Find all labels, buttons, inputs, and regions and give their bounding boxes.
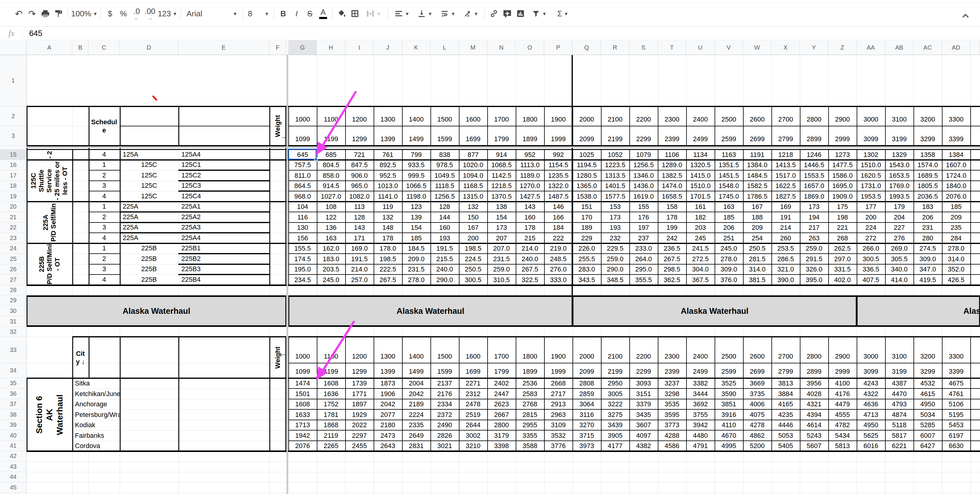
cell-D21[interactable]: 225A — [120, 212, 178, 223]
cell[interactable]: 166 — [544, 212, 573, 223]
cell[interactable]: 933.5 — [402, 160, 430, 170]
cell[interactable]: 182 — [686, 212, 714, 223]
cell[interactable]: 4165 — [772, 399, 800, 410]
cell[interactable]: 160 — [516, 212, 544, 223]
column-header-AC[interactable]: AC — [913, 40, 942, 55]
cell[interactable]: 278.0 — [402, 274, 430, 285]
cell[interactable]: 1079 — [629, 149, 658, 160]
cell[interactable]: 2119 — [317, 430, 345, 441]
cell[interactable]: 2800 — [800, 107, 828, 126]
cell[interactable]: 236.5 — [658, 243, 686, 253]
cell[interactable]: 1553.5 — [800, 170, 828, 181]
cell[interactable]: 4555 — [828, 410, 857, 420]
cell[interactable]: 188 — [743, 212, 772, 223]
cell[interactable]: 1198.0 — [402, 191, 430, 202]
cell[interactable]: 1370.5 — [487, 191, 516, 202]
cell[interactable]: 757.5 — [288, 160, 317, 170]
cell[interactable]: 1451.5 — [714, 170, 743, 181]
cell[interactable]: 1020.0 — [459, 160, 487, 170]
column-header-H[interactable]: H — [317, 40, 345, 55]
cell[interactable]: 4874 — [885, 410, 913, 420]
cell[interactable]: 4862 — [743, 430, 772, 441]
cell[interactable]: 291.5 — [800, 253, 828, 264]
cell[interactable]: 1510.0 — [686, 181, 714, 191]
cell[interactable]: 6007 — [913, 430, 942, 441]
cell[interactable]: 184 — [544, 223, 573, 233]
cell[interactable]: 1619.0 — [629, 191, 658, 202]
cell[interactable]: 185 — [402, 233, 430, 243]
cell[interactable]: 1365.0 — [573, 181, 601, 191]
cell[interactable]: 2299 — [629, 363, 658, 378]
cell[interactable]: 3300 — [942, 337, 970, 363]
cell[interactable]: 1382.5 — [658, 170, 686, 181]
cell[interactable]: 144 — [430, 212, 459, 223]
cell[interactable]: 193 — [601, 223, 629, 233]
cell[interactable]: 1731.0 — [857, 181, 885, 191]
cell[interactable]: 1899 — [516, 363, 544, 378]
cell[interactable]: 222 — [544, 233, 573, 243]
cell[interactable]: 4532 — [913, 378, 942, 389]
cell-E20[interactable]: 225A1 — [178, 202, 269, 212]
cell[interactable]: 4382 — [629, 441, 658, 451]
cell-E16[interactable]: 125C1 — [178, 160, 269, 170]
cell[interactable]: 300.5 — [857, 253, 885, 264]
cell[interactable]: 257.0 — [345, 274, 374, 285]
cell[interactable]: 2583 — [516, 389, 544, 399]
cell[interactable]: 3735 — [743, 389, 772, 399]
cell[interactable]: 877 — [459, 149, 487, 160]
column-header-W[interactable]: W — [743, 40, 772, 55]
cell[interactable]: 104 — [288, 202, 317, 212]
cell[interactable]: 297.0 — [828, 253, 857, 264]
cell[interactable]: 178 — [516, 223, 544, 233]
cell[interactable]: 2900 — [828, 107, 857, 126]
cell[interactable]: 1346.0 — [629, 170, 658, 181]
cell[interactable]: 347.0 — [913, 264, 942, 274]
cell-E19[interactable]: 125C4 — [178, 191, 269, 202]
cell[interactable]: 1800 — [516, 337, 544, 363]
cell[interactable]: 6197 — [942, 430, 970, 441]
cell[interactable]: 2536 — [516, 378, 544, 389]
cell[interactable]: 4586 — [658, 441, 686, 451]
cell[interactable]: 237 — [629, 233, 658, 243]
column-header-E[interactable]: E — [178, 40, 269, 55]
cell[interactable]: 169.0 — [345, 243, 374, 253]
cell[interactable]: 214.0 — [516, 243, 544, 253]
cell[interactable]: 183.0 — [317, 253, 345, 264]
cell[interactable]: 214 — [772, 223, 800, 233]
cell[interactable]: 200 — [459, 233, 487, 243]
cell-city-40[interactable]: Fairbanks — [72, 430, 120, 441]
cell[interactable]: 3973 — [573, 441, 601, 451]
cell[interactable]: 5453 — [942, 420, 970, 430]
cell[interactable]: 240.0 — [516, 253, 544, 264]
cell[interactable]: 3100 — [885, 107, 913, 126]
cell[interactable]: 309.0 — [913, 253, 942, 264]
cell[interactable]: 1689.5 — [913, 170, 942, 181]
cell[interactable]: 203.5 — [317, 264, 345, 274]
cell[interactable]: 276.0 — [544, 264, 573, 274]
cell[interactable]: 838 — [430, 149, 459, 160]
cell[interactable]: 3179 — [487, 430, 516, 441]
cell[interactable]: 154 — [487, 212, 516, 223]
row-header-43[interactable]: 43 — [0, 461, 26, 472]
cell[interactable]: 197 — [629, 223, 658, 233]
cell[interactable]: 5434 — [828, 430, 857, 441]
cell[interactable]: 4028 — [800, 389, 828, 399]
cell[interactable]: 259.0 — [800, 243, 828, 253]
cell[interactable]: 5813 — [828, 441, 857, 451]
cell[interactable]: 1106 — [658, 149, 686, 160]
row-header-23[interactable]: 23 — [0, 233, 26, 243]
cell[interactable]: 1315.0 — [459, 191, 487, 202]
cell[interactable]: 3715 — [573, 430, 601, 441]
cell[interactable]: 3382 — [686, 378, 714, 389]
cell[interactable]: 761 — [374, 149, 402, 160]
cell[interactable]: 1500 — [430, 337, 459, 363]
cell[interactable]: 1657.0 — [800, 181, 828, 191]
cell[interactable]: 1474.0 — [658, 181, 686, 191]
cell[interactable]: 314.0 — [942, 253, 970, 264]
cell[interactable]: 3398 — [487, 441, 516, 451]
cell[interactable]: 4394 — [800, 410, 828, 420]
cell[interactable]: 267.5 — [374, 274, 402, 285]
cell[interactable]: 274.5 — [913, 243, 942, 253]
cell[interactable]: 4075 — [743, 410, 772, 420]
sheet-grid[interactable]: Schedule Weight → City ↓ Weight → 100011… — [0, 0, 980, 494]
